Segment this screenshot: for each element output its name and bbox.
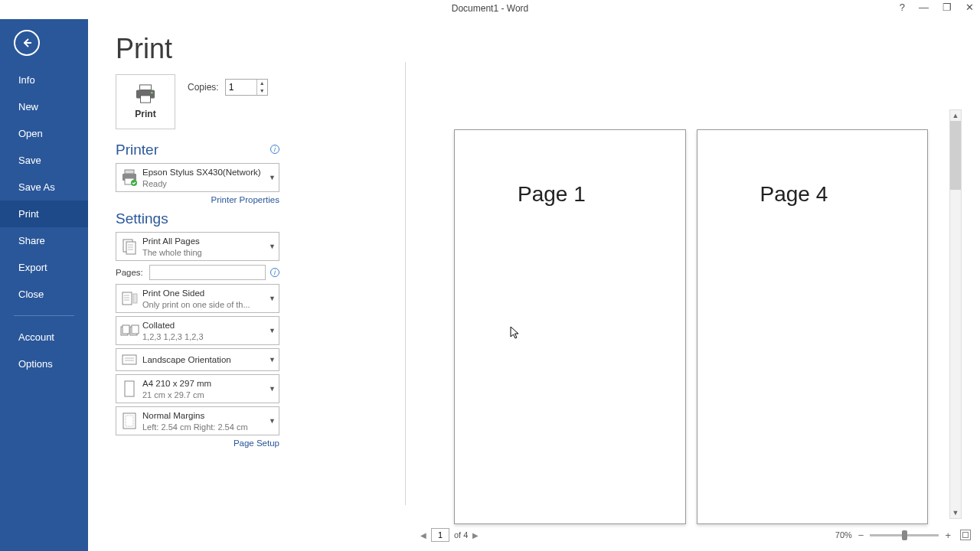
svg-rect-9 xyxy=(126,242,136,254)
nav-options[interactable]: Options xyxy=(0,350,88,377)
zoom-slider[interactable] xyxy=(870,534,939,536)
copies-input[interactable] xyxy=(226,82,256,93)
prev-page-icon[interactable]: ◀ xyxy=(420,531,426,540)
zoom-out-icon[interactable]: − xyxy=(857,530,866,541)
svg-rect-19 xyxy=(122,325,129,334)
preview-page-1: Page 1 xyxy=(454,129,686,524)
collate-dropdown[interactable]: Collated 1,2,3 1,2,3 1,2,3 ▼ xyxy=(116,316,279,345)
chevron-down-icon: ▼ xyxy=(265,174,279,181)
margins-icon xyxy=(116,412,142,430)
pages-label: Pages: xyxy=(116,268,146,277)
copies-label: Copies: xyxy=(188,82,219,93)
back-arrow-icon xyxy=(20,36,34,50)
nav-export[interactable]: Export xyxy=(0,254,88,281)
preview-footer: ◀ of 4 ▶ 70% − + xyxy=(420,527,971,543)
vertical-divider xyxy=(405,62,406,505)
svg-rect-5 xyxy=(125,170,134,174)
svg-rect-25 xyxy=(125,381,134,396)
nav-close[interactable]: Close xyxy=(0,281,88,308)
backstage-sidebar: Info New Open Save Save As Print Share E… xyxy=(0,19,88,551)
pages-icon xyxy=(116,237,142,256)
svg-rect-17 xyxy=(133,294,137,303)
printer-status-icon xyxy=(116,169,142,186)
nav-new[interactable]: New xyxy=(0,93,88,120)
landscape-icon xyxy=(116,353,142,367)
nav-save-as[interactable]: Save As xyxy=(0,174,88,201)
chevron-down-icon: ▼ xyxy=(265,327,279,334)
page-title: Print xyxy=(116,33,980,65)
one-sided-icon xyxy=(116,291,142,306)
minimize-icon[interactable]: — xyxy=(916,2,932,13)
print-preview: Page 1 Page 4 ▲ ▼ xyxy=(420,109,962,519)
printer-dropdown[interactable]: Epson Stylus SX430(Network) Ready ▼ xyxy=(116,163,279,192)
next-page-icon[interactable]: ▶ xyxy=(472,531,479,540)
chevron-down-icon: ▼ xyxy=(265,295,279,302)
title-bar: Document1 - Word ? — ❐ ✕ xyxy=(0,0,980,19)
nav-open[interactable]: Open xyxy=(0,120,88,147)
page-total: of 4 xyxy=(454,530,468,540)
nav-separator xyxy=(14,315,74,316)
help-icon[interactable]: ? xyxy=(897,2,908,13)
zoom-in-icon[interactable]: + xyxy=(943,530,952,541)
margins-dropdown[interactable]: Normal Margins Left: 2.54 cm Right: 2.54… xyxy=(116,406,279,435)
collated-icon xyxy=(116,324,142,337)
orientation-dropdown[interactable]: Landscape Orientation ▼ xyxy=(116,348,279,371)
printer-info-icon[interactable]: i xyxy=(270,145,279,154)
sides-dropdown[interactable]: Print One Sided Only print on one side o… xyxy=(116,284,279,313)
chevron-down-icon: ▼ xyxy=(265,243,279,250)
preview-scrollbar[interactable]: ▲ ▼ xyxy=(949,109,962,519)
back-button[interactable] xyxy=(14,30,40,56)
current-page-input[interactable] xyxy=(431,528,449,542)
close-icon[interactable]: ✕ xyxy=(962,2,977,13)
print-range-dropdown[interactable]: Print All Pages The whole thing ▼ xyxy=(116,232,279,261)
scroll-thumb[interactable] xyxy=(950,121,961,190)
svg-point-7 xyxy=(131,180,137,186)
nav-print[interactable]: Print xyxy=(0,201,88,227)
nav-save[interactable]: Save xyxy=(0,147,88,174)
svg-rect-21 xyxy=(132,325,139,334)
nav-info[interactable]: Info xyxy=(0,67,88,93)
paper-icon xyxy=(116,380,142,398)
chevron-down-icon: ▼ xyxy=(265,385,279,393)
print-panel: Print Print Copies: ▲ ▼ xyxy=(88,19,980,551)
scroll-down-icon[interactable]: ▼ xyxy=(950,507,961,518)
document-title: Document1 - Word xyxy=(452,3,528,14)
pages-info-icon[interactable]: i xyxy=(270,268,279,277)
nav-account[interactable]: Account xyxy=(0,324,88,350)
zoom-percent: 70% xyxy=(835,530,852,540)
printer-properties-link[interactable]: Printer Properties xyxy=(116,195,279,204)
settings-heading: Settings xyxy=(116,210,279,227)
preview-page-2: Page 4 xyxy=(697,129,929,524)
printer-status: Ready xyxy=(142,178,265,189)
page-setup-link[interactable]: Page Setup xyxy=(116,439,279,448)
copies-up-icon[interactable]: ▲ xyxy=(257,80,267,87)
print-button[interactable]: Print xyxy=(116,74,175,129)
paper-size-dropdown[interactable]: A4 210 x 297 mm 21 cm x 29.7 cm ▼ xyxy=(116,374,279,403)
copies-down-icon[interactable]: ▼ xyxy=(257,87,267,95)
svg-rect-22 xyxy=(122,355,136,364)
print-button-label: Print xyxy=(135,109,155,119)
zoom-fit-icon[interactable] xyxy=(960,530,971,540)
pages-input[interactable] xyxy=(149,265,266,280)
printer-name: Epson Stylus SX430(Network) xyxy=(142,167,265,178)
chevron-down-icon: ▼ xyxy=(265,356,279,364)
svg-rect-13 xyxy=(122,292,132,305)
nav-share[interactable]: Share xyxy=(0,227,88,254)
restore-icon[interactable]: ❐ xyxy=(939,2,955,13)
chevron-down-icon: ▼ xyxy=(265,417,279,425)
svg-rect-0 xyxy=(140,85,152,90)
svg-point-3 xyxy=(151,92,152,93)
printer-heading: Printer i xyxy=(116,142,279,158)
scroll-up-icon[interactable]: ▲ xyxy=(950,110,961,121)
svg-rect-2 xyxy=(141,96,151,103)
copies-spinner[interactable]: ▲ ▼ xyxy=(225,79,268,96)
printer-icon xyxy=(134,84,157,104)
